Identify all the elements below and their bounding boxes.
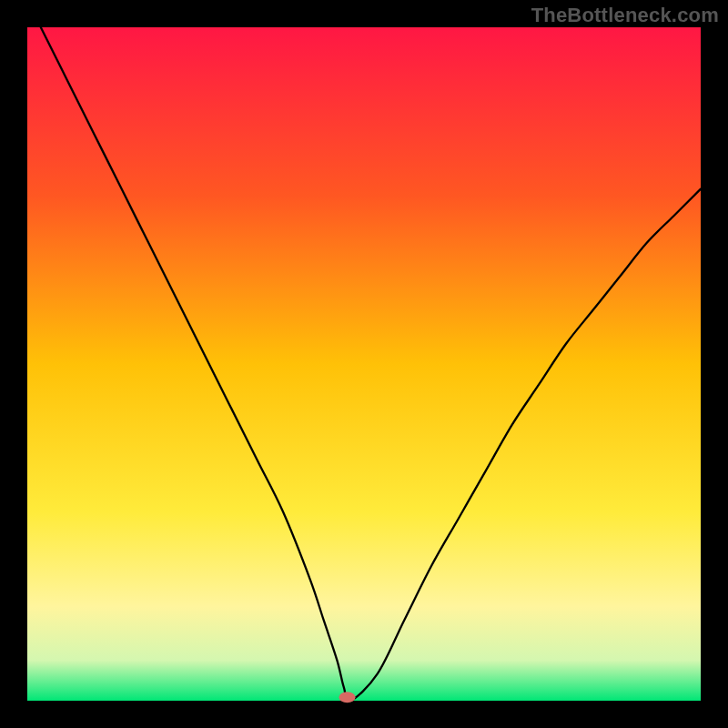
- plot-area: [27, 27, 701, 701]
- watermark-text: TheBottleneck.com: [531, 4, 719, 27]
- chart-container: TheBottleneck.com: [0, 0, 728, 728]
- optimum-marker: [339, 692, 356, 703]
- bottleneck-chart: [0, 0, 728, 728]
